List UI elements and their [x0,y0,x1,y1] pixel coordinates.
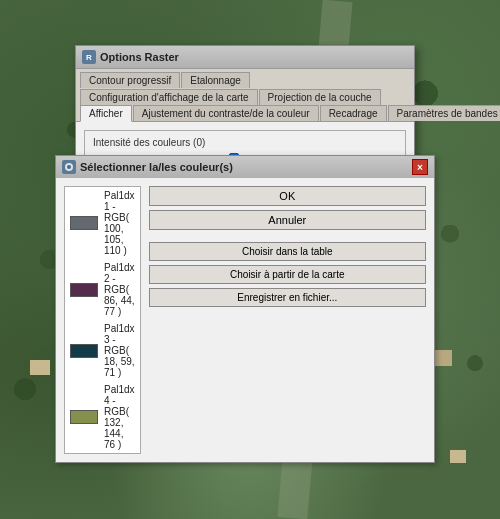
color-list: Pal1dx 1 - RGB( 100, 105, 110 ) Pal1dx 2… [64,186,141,454]
close-button[interactable]: × [412,159,428,175]
color-swatch-2 [70,283,98,297]
choose-table-button[interactable]: Choisir dans la table [149,242,426,261]
color-label-3: Pal1dx 3 - RGB( 18, 59, 71 ) [104,323,135,378]
list-item[interactable]: Pal1dx 2 - RGB( 86, 44, 77 ) [65,259,140,320]
window-icon: R [82,50,96,64]
tab-afficher[interactable]: Afficher [80,105,132,122]
color-swatch-3 [70,344,98,358]
list-item[interactable]: Pal1dx 4 - RGB( 132, 144, 76 ) [65,381,140,453]
sub-ok-button[interactable]: OK [149,186,426,206]
sub-dialog-buttons: OK Annuler Choisir dans la table Choisir… [149,186,426,454]
tab-ajustement[interactable]: Ajustement du contraste/de la couleur [133,105,319,121]
svg-point-2 [67,165,71,169]
color-swatch-1 [70,216,98,230]
sub-dialog: Sélectionner la/les couleur(s) × Pal1dx … [55,155,435,463]
sub-dialog-title: Sélectionner la/les couleur(s) [80,161,408,173]
tabs-row-1: Contour progressif Etalonnage Configurat… [76,69,414,105]
intensity-label: Intensité des couleurs (0) [93,137,397,148]
tab-projection[interactable]: Projection de la couche [259,89,381,105]
tab-recadrage[interactable]: Recadrage [320,105,387,121]
color-picker-icon [62,160,76,174]
tab-contour-progressif[interactable]: Contour progressif [80,72,180,88]
tab-configuration[interactable]: Configuration d'affichage de la carte [80,89,258,105]
color-swatch-4 [70,410,98,424]
color-label-4: Pal1dx 4 - RGB( 132, 144, 76 ) [104,384,135,450]
tabs-row-2: Afficher Ajustement du contraste/de la c… [76,105,414,122]
tab-etalonnage[interactable]: Etalonnage [181,72,250,88]
main-titlebar: R Options Raster [76,46,414,69]
sub-dialog-content: Pal1dx 1 - RGB( 100, 105, 110 ) Pal1dx 2… [56,178,434,462]
list-item[interactable]: Pal1dx 1 - RGB( 100, 105, 110 ) [65,187,140,259]
color-label-2: Pal1dx 2 - RGB( 86, 44, 77 ) [104,262,135,317]
color-label-1: Pal1dx 1 - RGB( 100, 105, 110 ) [104,190,135,256]
building-6 [450,450,466,463]
sub-dialog-titlebar: Sélectionner la/les couleur(s) × [56,156,434,178]
tab-parametres[interactable]: Paramètres de bandes [388,105,500,121]
sub-cancel-button[interactable]: Annuler [149,210,426,230]
main-window-title: Options Raster [100,51,408,63]
save-file-button[interactable]: Enregistrer en fichier... [149,288,426,307]
building-1 [30,360,50,375]
choose-map-button[interactable]: Choisir à partir de la carte [149,265,426,284]
extra-buttons: Choisir dans la table Choisir à partir d… [149,242,426,307]
list-item[interactable]: Pal1dx 3 - RGB( 18, 59, 71 ) [65,320,140,381]
